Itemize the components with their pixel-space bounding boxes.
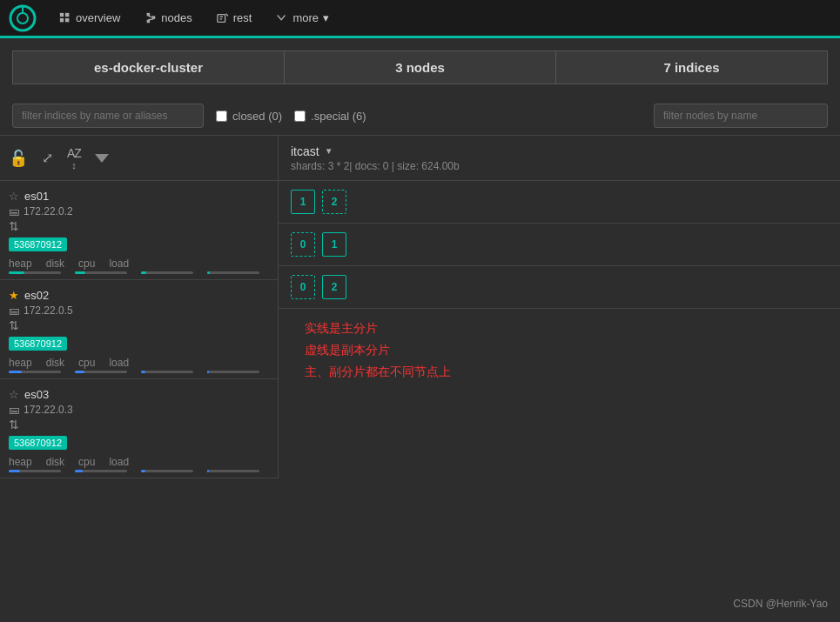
stat-label: load	[109, 257, 129, 270]
nav-item-overview[interactable]: overview	[49, 6, 131, 30]
left-panel: 🔓 ⤢ AZ ↕ ☆ es01 🖴 172.22.0.2 ⇅ 536870912…	[0, 136, 279, 478]
nav-item-rest[interactable]: rest	[206, 6, 263, 30]
top-nav: overview nodes rest more ▾	[0, 0, 840, 38]
progress-bar-wrap	[75, 271, 127, 274]
node-stats-row: heapdiskcpuload	[9, 257, 269, 270]
shard-cell[interactable]: 1	[322, 232, 346, 257]
shard-cell[interactable]: 1	[291, 190, 315, 214]
filter-indices-input[interactable]	[12, 104, 204, 128]
progress-bar-wrap	[207, 470, 259, 472]
closed-checkbox[interactable]	[216, 110, 227, 122]
filter-bar: closed (0) .special (6)	[0, 97, 840, 135]
disk-icon: 🖴	[9, 205, 19, 217]
node-ip: 🖴 172.22.0.5	[9, 304, 269, 317]
nav-item-nodes[interactable]: nodes	[134, 6, 202, 30]
disk-icon: 🖴	[9, 304, 19, 317]
node-memory-tag: 536870912	[9, 436, 67, 450]
node-tag-wrap: 536870912	[9, 334, 269, 353]
progress-bar-wrap	[75, 470, 127, 472]
nav-overview-label: overview	[76, 11, 120, 24]
toolbar-row: 🔓 ⤢ AZ ↕	[0, 136, 278, 181]
index-header: itcast ▼ shards: 3 * 2| docs: 0 | size: …	[279, 136, 840, 181]
node-name-text: es03	[24, 388, 49, 401]
nav-item-more[interactable]: more ▾	[265, 6, 339, 30]
shard-row: 02	[279, 266, 840, 309]
nav-nodes-label: nodes	[161, 11, 192, 24]
progress-bar-fill	[9, 271, 24, 274]
svg-rect-8	[147, 19, 151, 23]
progress-bar-wrap	[75, 371, 127, 373]
node-stats-row: heapdiskcpuload	[9, 456, 269, 468]
node-row: ★ es02 🖴 172.22.0.5 ⇅ 536870912 heapdisk…	[0, 280, 278, 379]
nav-logo	[9, 4, 37, 32]
node-tag-wrap: 536870912	[9, 433, 269, 452]
node-name-text: es01	[24, 190, 49, 203]
progress-bar-fill	[141, 470, 145, 472]
svg-rect-6	[65, 18, 69, 22]
node-star-icon[interactable]: ☆	[9, 388, 19, 401]
svg-rect-5	[60, 18, 64, 22]
node-progress-bars	[9, 371, 269, 373]
svg-rect-3	[60, 12, 64, 16]
node-memory-tag: 536870912	[9, 237, 67, 251]
svg-line-11	[149, 18, 154, 19]
nodes-count-card[interactable]: 3 nodes	[284, 50, 555, 84]
progress-bar-wrap	[141, 371, 193, 373]
sort-dropdown-icon[interactable]	[95, 154, 109, 163]
progress-bar-fill	[75, 470, 83, 472]
index-dropdown-arrow[interactable]: ▼	[325, 146, 333, 156]
special-checkbox[interactable]	[294, 110, 306, 122]
right-panel: itcast ▼ shards: 3 * 2| docs: 0 | size: …	[279, 136, 840, 478]
closed-label: closed (0)	[232, 110, 282, 123]
node-ip: 🖴 172.22.0.3	[9, 404, 269, 416]
lock-icon[interactable]: 🔓	[9, 149, 28, 168]
progress-bar-fill	[207, 371, 209, 373]
nav-more-label: more	[292, 11, 319, 24]
node-star-icon[interactable]: ★	[9, 289, 19, 302]
progress-bar-wrap	[141, 271, 193, 274]
shard-cell[interactable]: 2	[322, 275, 346, 299]
progress-bar-fill	[141, 271, 146, 274]
watermark: CSDN @Henrik-Yao	[733, 598, 828, 610]
node-row: ☆ es01 🖴 172.22.0.2 ⇅ 536870912 heapdisk…	[0, 181, 278, 280]
stat-label: load	[109, 456, 129, 468]
special-checkbox-label[interactable]: .special (6)	[294, 110, 366, 123]
stat-label: cpu	[78, 357, 95, 369]
closed-checkbox-label[interactable]: closed (0)	[216, 110, 282, 123]
node-name-row: ★ es02	[9, 289, 269, 302]
progress-bar-fill	[207, 271, 210, 274]
sort-az-icon[interactable]: AZ ↕	[67, 146, 81, 171]
node-rows-container: ☆ es01 🖴 172.22.0.2 ⇅ 536870912 heapdisk…	[0, 181, 278, 478]
nodes-count: 3 nodes	[395, 60, 445, 75]
stat-label: disk	[46, 357, 64, 369]
cluster-name-card[interactable]: es-docker-cluster	[12, 50, 284, 84]
shard-cell[interactable]: 0	[291, 232, 315, 257]
progress-bar-wrap	[9, 470, 61, 472]
stat-label: disk	[46, 456, 64, 468]
shard-rows-container: 120102	[279, 181, 840, 309]
node-shard-icon-row: ⇅	[9, 219, 269, 233]
progress-bar-fill	[75, 371, 84, 373]
node-arrows-icon: ⇅	[9, 318, 19, 332]
more-dropdown-icon: ▾	[323, 11, 329, 24]
indices-count-card[interactable]: 7 indices	[555, 50, 828, 84]
node-memory-tag: 536870912	[9, 337, 67, 351]
shard-cell[interactable]: 0	[291, 275, 315, 299]
cluster-name: es-docker-cluster	[94, 60, 203, 75]
progress-bar-fill	[75, 271, 85, 274]
progress-bar-fill	[9, 470, 20, 472]
node-progress-bars	[9, 470, 269, 472]
node-stats-row: heapdiskcpuload	[9, 357, 269, 369]
node-shard-icon-row: ⇅	[9, 318, 269, 332]
main-grid: 🔓 ⤢ AZ ↕ ☆ es01 🖴 172.22.0.2 ⇅ 536870912…	[0, 135, 840, 478]
progress-bar-fill	[207, 470, 209, 472]
filter-nodes-input[interactable]	[654, 104, 828, 128]
svg-line-15	[225, 13, 228, 16]
shard-row: 12	[279, 181, 840, 224]
node-arrows-icon: ⇅	[9, 418, 19, 431]
expand-icon[interactable]: ⤢	[42, 150, 53, 166]
annotation-line1: 实线是主分片	[305, 318, 814, 339]
shard-cell[interactable]: 2	[322, 190, 346, 214]
stat-label: disk	[46, 257, 64, 270]
node-star-icon[interactable]: ☆	[9, 190, 19, 203]
